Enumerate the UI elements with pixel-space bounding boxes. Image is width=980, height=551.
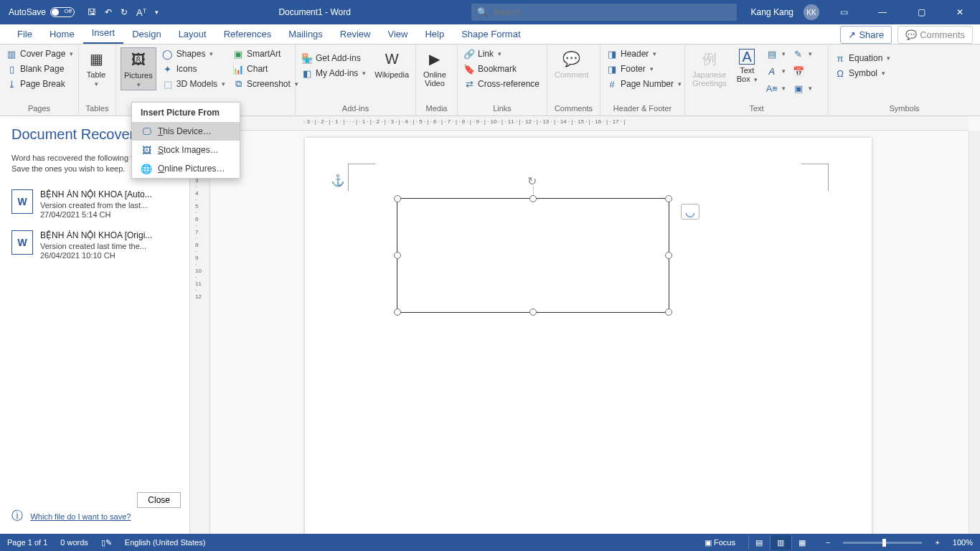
user-avatar[interactable]: KK bbox=[804, 4, 819, 20]
document-canvas[interactable]: · 3 · | · 2 · | · 1 · | · · · | · 1 · | … bbox=[190, 116, 980, 534]
menu-item-stock-images[interactable]: 🖼Stock Images… bbox=[132, 141, 240, 159]
ribbon-display-icon[interactable]: ▭ bbox=[829, 0, 858, 24]
close-icon[interactable]: ✕ bbox=[946, 0, 974, 24]
tab-shape-format[interactable]: Shape Format bbox=[453, 25, 529, 44]
tab-design[interactable]: Design bbox=[123, 25, 169, 44]
tab-help[interactable]: Help bbox=[416, 25, 453, 44]
undo-icon[interactable]: ↶ bbox=[105, 7, 112, 17]
selected-shape[interactable]: ↻ bbox=[397, 198, 669, 313]
user-name[interactable]: Kang Kang bbox=[751, 7, 793, 17]
group-label-tables: Tables bbox=[79, 104, 116, 116]
cover-page-button[interactable]: ▥Cover Page▾ bbox=[4, 47, 75, 60]
my-addins-button[interactable]: ◧My Add-ins▾ bbox=[300, 67, 367, 80]
chart-button[interactable]: 📊Chart bbox=[231, 62, 300, 75]
print-layout-icon[interactable]: ▥ bbox=[770, 535, 791, 550]
read-mode-icon[interactable]: ▤ bbox=[748, 535, 770, 550]
touch-mode-icon[interactable]: Aᵀ bbox=[136, 7, 146, 18]
object-button[interactable]: ▣▾ bbox=[791, 82, 814, 95]
zoom-level[interactable]: 100% bbox=[953, 538, 973, 547]
autosave-toggle[interactable]: AutoSave Off bbox=[9, 7, 75, 17]
hash-icon: # bbox=[606, 78, 618, 90]
date-time-button[interactable]: 📅 bbox=[791, 65, 814, 77]
web-layout-icon[interactable]: ▦ bbox=[791, 535, 813, 550]
vertical-scrollbar[interactable] bbox=[969, 131, 980, 534]
wordart-icon: A bbox=[766, 65, 778, 77]
tab-layout[interactable]: Layout bbox=[170, 25, 215, 44]
rotate-handle-icon[interactable]: ↻ bbox=[527, 174, 539, 186]
focus-mode-button[interactable]: ▣ Focus bbox=[705, 538, 735, 547]
tab-insert[interactable]: Insert bbox=[83, 24, 124, 44]
recovery-item[interactable]: BỆNH ÁN NỘI KHOA [Auto... Version create… bbox=[11, 182, 189, 223]
menu-item-online-pictures[interactable]: 🌐Online Pictures… bbox=[132, 159, 240, 178]
link-icon: 🔗 bbox=[463, 48, 475, 60]
tab-references[interactable]: References bbox=[215, 25, 280, 44]
zoom-slider[interactable] bbox=[843, 542, 922, 544]
shapes-button[interactable]: ◯Shapes▾ bbox=[161, 47, 227, 60]
pictures-button[interactable]: 🖼 Pictures▾ bbox=[121, 47, 156, 90]
page-number-button[interactable]: #Page Number▾ bbox=[605, 77, 683, 90]
vertical-ruler[interactable]: ·1·2·3·4·5·6·7·8·9·10·11·12 bbox=[190, 131, 210, 534]
menu-item-this-device[interactable]: 🖵This Device… bbox=[132, 122, 240, 141]
resize-handle[interactable] bbox=[665, 195, 672, 202]
tab-review[interactable]: Review bbox=[331, 25, 380, 44]
zoom-in-icon[interactable]: + bbox=[935, 538, 939, 547]
equation-button[interactable]: πEquation▾ bbox=[833, 52, 892, 65]
symbol-button[interactable]: ΩSymbol▾ bbox=[833, 67, 892, 80]
resize-handle[interactable] bbox=[394, 309, 401, 316]
textbox-icon: A bbox=[739, 49, 755, 65]
stock-icon: 🖼 bbox=[141, 144, 152, 156]
signature-line-button[interactable]: ✎▾ bbox=[791, 47, 814, 60]
resize-handle[interactable] bbox=[665, 309, 672, 316]
resize-handle[interactable] bbox=[529, 195, 537, 202]
link-button[interactable]: 🔗Link▾ bbox=[462, 47, 541, 60]
drop-cap-button[interactable]: A≡▾ bbox=[765, 82, 787, 95]
tab-home[interactable]: Home bbox=[41, 25, 83, 44]
layout-options-button[interactable]: ◡ bbox=[681, 204, 699, 220]
3d-models-button[interactable]: ⬚3D Models▾ bbox=[161, 77, 227, 90]
table-button[interactable]: ▦ Table▾ bbox=[83, 47, 109, 89]
screenshot-button[interactable]: ⧉Screenshot▾ bbox=[231, 77, 300, 90]
page[interactable]: ⚓ ↻ ◡ bbox=[305, 138, 872, 534]
search-box[interactable]: 🔍 bbox=[471, 4, 737, 21]
resize-handle[interactable] bbox=[529, 309, 537, 316]
status-words[interactable]: 0 words bbox=[60, 538, 88, 547]
smartart-button[interactable]: ▣SmartArt bbox=[231, 47, 300, 60]
blank-page-button[interactable]: ▯Blank Page bbox=[4, 62, 75, 75]
store-icon: 🏪 bbox=[301, 52, 313, 64]
get-addins-button[interactable]: 🏪Get Add-ins bbox=[300, 52, 367, 65]
zoom-out-icon[interactable]: − bbox=[826, 538, 830, 547]
header-button[interactable]: ◨Header▾ bbox=[605, 47, 683, 60]
spellcheck-icon[interactable]: ▯✎ bbox=[101, 538, 112, 547]
resize-handle[interactable] bbox=[665, 252, 672, 259]
parts-icon: ▤ bbox=[766, 48, 778, 60]
device-icon: 🖵 bbox=[141, 126, 152, 137]
icons-button[interactable]: ✦Icons bbox=[161, 62, 227, 75]
text-box-button[interactable]: A Text Box ▾ bbox=[734, 47, 760, 85]
tab-mailings[interactable]: Mailings bbox=[280, 25, 331, 44]
comments-button[interactable]: 💬Comments bbox=[897, 26, 973, 44]
status-language[interactable]: English (United States) bbox=[125, 538, 206, 547]
bookmark-button[interactable]: 🔖Bookmark bbox=[462, 62, 541, 75]
resize-handle[interactable] bbox=[394, 195, 401, 202]
tab-view[interactable]: View bbox=[379, 25, 416, 44]
redo-icon[interactable]: ↻ bbox=[121, 7, 128, 17]
recovery-item[interactable]: BỆNH ÁN NỘI KHOA [Origi... Version creat… bbox=[11, 223, 189, 264]
minimize-icon[interactable]: — bbox=[868, 0, 897, 24]
share-button[interactable]: ↗Share bbox=[840, 26, 892, 44]
resize-handle[interactable] bbox=[394, 252, 401, 259]
search-input[interactable] bbox=[494, 7, 731, 17]
quick-parts-button[interactable]: ▤▾ bbox=[765, 47, 787, 60]
page-break-button[interactable]: ⤓Page Break bbox=[4, 77, 75, 90]
horizontal-ruler[interactable]: · 3 · | · 2 · | · 1 · | · · · | · 1 · | … bbox=[210, 116, 969, 131]
tab-file[interactable]: File bbox=[9, 25, 41, 44]
which-file-link[interactable]: Which file do I want to save? bbox=[30, 512, 131, 521]
wikipedia-button[interactable]: W Wikipedia bbox=[372, 47, 412, 80]
online-video-button[interactable]: ▶ Online Video bbox=[420, 47, 449, 89]
status-page[interactable]: Page 1 of 1 bbox=[7, 538, 47, 547]
wordart-button[interactable]: A▾ bbox=[765, 65, 787, 77]
maximize-icon[interactable]: ▢ bbox=[907, 0, 936, 24]
save-icon[interactable]: 🖫 bbox=[88, 7, 96, 17]
cross-reference-button[interactable]: ⇄Cross-reference bbox=[462, 77, 541, 90]
footer-button[interactable]: ◨Footer▾ bbox=[605, 62, 683, 75]
recovery-close-button[interactable]: Close bbox=[137, 492, 181, 508]
